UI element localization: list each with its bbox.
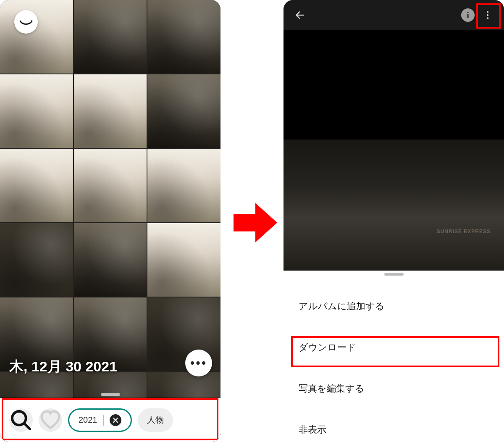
viewer-topbar: i [284, 0, 504, 30]
photo-thumb[interactable] [147, 74, 220, 148]
overflow-menu-button[interactable] [479, 6, 496, 24]
photo-thumb[interactable] [147, 149, 220, 222]
back-button[interactable] [291, 6, 309, 24]
photo-thumb[interactable] [74, 74, 147, 148]
menu-add-to-album[interactable]: アルバムに追加する [284, 286, 504, 327]
overflow-menu: アルバムに追加する ダウンロード 写真を編集する 非表示 [284, 286, 504, 442]
brand-badge[interactable] [14, 10, 38, 34]
menu-item-label: アルバムに追加する [299, 301, 385, 311]
menu-item-label: 写真を編集する [299, 383, 365, 394]
info-button[interactable]: i [461, 8, 475, 22]
grid-date-label: 木, 12月 30 2021 [9, 357, 117, 376]
svg-line-1 [24, 423, 30, 429]
heart-icon [39, 408, 62, 432]
photo-viewer-screen: i SUNRISE EXPRESS アルバムに追加する ダウンロード 写真を編集… [284, 0, 504, 442]
photo-preview[interactable]: SUNRISE EXPRESS [284, 139, 504, 271]
year-filter-label: 2021 [79, 415, 97, 425]
photo-caption: SUNRISE EXPRESS [437, 229, 491, 234]
menu-item-label: ダウンロード [299, 342, 356, 353]
more-button[interactable]: ••• [185, 350, 212, 376]
photo-thumb[interactable] [147, 223, 220, 297]
filter-bar: 2021 人物 [0, 398, 220, 442]
chip-divider [103, 415, 104, 426]
photo-thumb[interactable] [0, 74, 73, 148]
photo-thumb[interactable] [74, 0, 147, 74]
photo-thumb[interactable] [0, 223, 73, 297]
favorites-filter[interactable] [39, 408, 62, 432]
close-icon [113, 417, 118, 423]
year-filter-chip[interactable]: 2021 [68, 408, 132, 432]
menu-download[interactable]: ダウンロード [284, 327, 504, 368]
menu-edit-photo[interactable]: 写真を編集する [284, 368, 504, 409]
arrow-right-icon [234, 200, 277, 245]
svg-point-5 [487, 11, 489, 13]
back-arrow-icon [294, 10, 305, 21]
svg-point-7 [487, 17, 489, 19]
smile-arrow-icon [18, 14, 34, 29]
gallery-screen: 木, 12月 30 2021 ••• 2021 [0, 0, 220, 442]
viewer-letterbox [284, 30, 504, 139]
photo-thumb[interactable] [74, 223, 147, 297]
vertical-dots-icon [482, 10, 493, 21]
search-icon [9, 408, 33, 432]
search-button[interactable] [9, 408, 33, 432]
menu-hide[interactable]: 非表示 [284, 409, 504, 442]
info-icon: i [467, 11, 469, 20]
photo-thumb[interactable] [147, 0, 220, 74]
more-dots-icon: ••• [190, 356, 207, 370]
menu-item-label: 非表示 [299, 424, 326, 435]
people-filter-chip[interactable]: 人物 [138, 408, 173, 432]
svg-point-6 [487, 14, 489, 16]
photo-thumb[interactable] [74, 149, 147, 222]
svg-marker-4 [234, 203, 277, 242]
flow-arrow [234, 200, 277, 245]
photo-thumb[interactable] [0, 149, 73, 222]
sheet-handle[interactable] [101, 393, 120, 396]
sheet-handle[interactable] [384, 273, 404, 276]
photo-thumb[interactable] [0, 0, 73, 74]
clear-year-filter[interactable] [110, 414, 121, 426]
people-filter-label: 人物 [147, 414, 164, 426]
